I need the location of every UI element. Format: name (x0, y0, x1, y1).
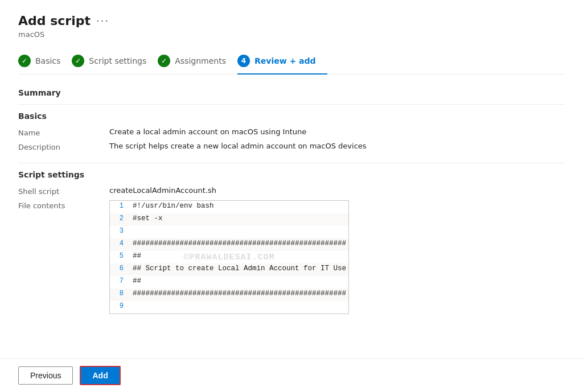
page-container: Add script ··· macOS ✓ Basics ✓ Script s… (0, 0, 583, 392)
basics-name-label: Name (18, 127, 109, 137)
step-review-add[interactable]: 4 Review + add (237, 50, 327, 74)
step-assignments-label: Assignments (175, 56, 226, 65)
basics-description-label: Description (18, 142, 109, 151)
step-review-add-label: Review + add (254, 56, 316, 65)
step-review-add-num-icon: 4 (237, 55, 250, 67)
step-basics-check-icon: ✓ (18, 55, 31, 67)
basics-name-value: Create a local admin account on macOS us… (109, 127, 306, 137)
line-content-9 (130, 301, 135, 303)
line-num-2: 2 (110, 213, 130, 224)
step-assignments[interactable]: ✓ Assignments (158, 50, 237, 74)
page-title: Add script (18, 14, 91, 28)
line-content-2: #set -x (130, 213, 165, 224)
line-content-4: ########################################… (130, 238, 348, 249)
add-button[interactable]: Add (80, 366, 120, 385)
file-contents-label: File contents (18, 200, 109, 314)
code-line-2: 2 #set -x (110, 213, 348, 226)
basics-section: Basics Name Create a local admin account… (18, 112, 565, 151)
code-block: 1 #!/usr/bin/env bash 2 #set -x 3 4 ####… (109, 200, 349, 314)
basics-description-row: Description The script helps create a ne… (18, 142, 565, 151)
line-content-3 (130, 226, 135, 228)
shell-script-row: Shell script createLocalAdminAccount.sh (18, 186, 565, 196)
line-content-6: ## Script to create Local Admin Account … (130, 263, 348, 274)
step-basics-label: Basics (35, 56, 60, 65)
code-line-4: 4 ######################################… (110, 238, 348, 251)
line-num-7: 7 (110, 276, 130, 286)
line-content-8: ########################################… (130, 288, 348, 299)
more-options-icon[interactable]: ··· (96, 15, 109, 27)
divider-1 (18, 104, 565, 105)
line-content-5: ## (130, 251, 143, 261)
script-settings-section-label: Script settings (18, 170, 565, 179)
step-script-settings[interactable]: ✓ Script settings (72, 50, 158, 74)
wizard-steps: ✓ Basics ✓ Script settings ✓ Assignments… (18, 50, 565, 75)
previous-button[interactable]: Previous (18, 366, 73, 385)
bottom-bar: Previous Add (0, 358, 583, 392)
step-script-settings-check-icon: ✓ (72, 55, 84, 67)
code-line-3: 3 (110, 226, 348, 238)
code-line-5: 5 ## (110, 251, 348, 263)
line-content-1: #!/usr/bin/env bash (130, 201, 216, 211)
basics-description-value: The script helps create a new local admi… (109, 142, 367, 151)
page-subtitle: macOS (18, 30, 565, 39)
page-header: Add script ··· (18, 14, 565, 28)
code-line-8: 8 ######################################… (110, 288, 348, 301)
line-num-8: 8 (110, 288, 130, 299)
basics-section-label: Basics (18, 112, 565, 121)
shell-script-label: Shell script (18, 186, 109, 196)
summary-label: Summary (18, 88, 565, 97)
script-settings-section: Script settings Shell script createLocal… (18, 170, 565, 314)
line-num-6: 6 (110, 263, 130, 274)
code-line-7: 7 ## (110, 276, 348, 288)
line-num-5: 5 (110, 251, 130, 261)
code-line-9: 9 (110, 301, 348, 313)
code-line-1: 1 #!/usr/bin/env bash (110, 201, 348, 213)
line-num-4: 4 (110, 238, 130, 249)
code-line-6: 6 ## Script to create Local Admin Accoun… (110, 263, 348, 276)
line-num-9: 9 (110, 301, 130, 311)
step-basics[interactable]: ✓ Basics (18, 50, 72, 74)
step-assignments-check-icon: ✓ (158, 55, 170, 67)
divider-2 (18, 163, 565, 163)
file-contents-row: File contents 1 #!/usr/bin/env bash 2 #s… (18, 200, 565, 314)
line-num-3: 3 (110, 226, 130, 236)
line-num-1: 1 (110, 201, 130, 211)
shell-script-value: createLocalAdminAccount.sh (109, 186, 216, 196)
line-content-7: ## (130, 276, 143, 286)
step-script-settings-label: Script settings (89, 56, 146, 65)
basics-name-row: Name Create a local admin account on mac… (18, 127, 565, 137)
